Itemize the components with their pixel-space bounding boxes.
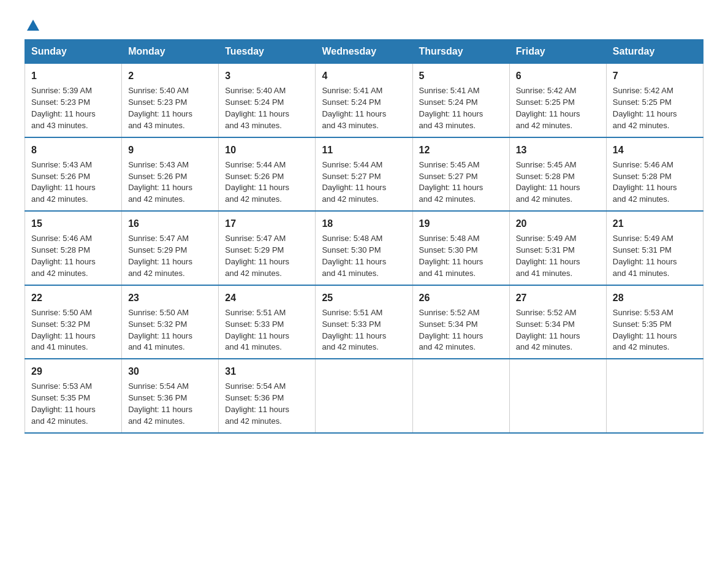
day-number: 5 [419, 69, 503, 83]
day-number: 22 [31, 291, 115, 305]
calendar-cell: 26 Sunrise: 5:52 AM Sunset: 5:34 PM Dayl… [412, 285, 509, 359]
calendar-cell: 10 Sunrise: 5:44 AM Sunset: 5:26 PM Dayl… [219, 137, 316, 212]
calendar-cell: 19 Sunrise: 5:48 AM Sunset: 5:30 PM Dayl… [412, 211, 509, 285]
day-info: Sunrise: 5:47 AM Sunset: 5:29 PM Dayligh… [225, 233, 309, 279]
calendar-cell: 12 Sunrise: 5:45 AM Sunset: 5:27 PM Dayl… [412, 137, 509, 212]
week-row-3: 15 Sunrise: 5:46 AM Sunset: 5:28 PM Dayl… [25, 211, 703, 285]
calendar-cell: 18 Sunrise: 5:48 AM Sunset: 5:30 PM Dayl… [316, 211, 412, 285]
calendar-cell: 16 Sunrise: 5:47 AM Sunset: 5:29 PM Dayl… [122, 211, 219, 285]
day-info: Sunrise: 5:51 AM Sunset: 5:33 PM Dayligh… [225, 307, 309, 353]
calendar-cell [412, 359, 509, 433]
day-info: Sunrise: 5:44 AM Sunset: 5:27 PM Dayligh… [322, 159, 406, 205]
calendar-cell: 7 Sunrise: 5:42 AM Sunset: 5:25 PM Dayli… [606, 64, 703, 137]
day-info: Sunrise: 5:41 AM Sunset: 5:24 PM Dayligh… [419, 85, 503, 131]
day-info: Sunrise: 5:50 AM Sunset: 5:32 PM Dayligh… [31, 307, 115, 353]
logo-blue-text [25, 18, 39, 29]
day-info: Sunrise: 5:54 AM Sunset: 5:36 PM Dayligh… [225, 381, 309, 427]
logo-triangle-icon [27, 20, 39, 31]
calendar-cell: 11 Sunrise: 5:44 AM Sunset: 5:27 PM Dayl… [316, 137, 412, 212]
day-info: Sunrise: 5:44 AM Sunset: 5:26 PM Dayligh… [225, 159, 309, 205]
day-number: 27 [516, 291, 600, 305]
week-row-2: 8 Sunrise: 5:43 AM Sunset: 5:26 PM Dayli… [25, 137, 703, 212]
calendar-cell: 1 Sunrise: 5:39 AM Sunset: 5:23 PM Dayli… [25, 64, 122, 137]
week-row-1: 1 Sunrise: 5:39 AM Sunset: 5:23 PM Dayli… [25, 64, 703, 137]
day-info: Sunrise: 5:40 AM Sunset: 5:24 PM Dayligh… [225, 85, 309, 131]
day-number: 26 [419, 291, 503, 305]
day-number: 19 [419, 216, 503, 231]
day-info: Sunrise: 5:45 AM Sunset: 5:28 PM Dayligh… [516, 159, 600, 205]
day-info: Sunrise: 5:45 AM Sunset: 5:27 PM Dayligh… [419, 159, 503, 205]
calendar-cell: 27 Sunrise: 5:52 AM Sunset: 5:34 PM Dayl… [509, 285, 606, 359]
day-info: Sunrise: 5:41 AM Sunset: 5:24 PM Dayligh… [322, 85, 406, 131]
day-number: 4 [322, 69, 406, 83]
day-number: 9 [128, 143, 212, 157]
day-number: 29 [31, 364, 115, 378]
day-info: Sunrise: 5:46 AM Sunset: 5:28 PM Dayligh… [31, 233, 115, 279]
day-number: 12 [419, 143, 503, 157]
calendar-cell: 31 Sunrise: 5:54 AM Sunset: 5:36 PM Dayl… [219, 359, 316, 433]
calendar-cell: 22 Sunrise: 5:50 AM Sunset: 5:32 PM Dayl… [25, 285, 122, 359]
day-info: Sunrise: 5:52 AM Sunset: 5:34 PM Dayligh… [419, 307, 503, 353]
calendar-body: 1 Sunrise: 5:39 AM Sunset: 5:23 PM Dayli… [25, 64, 703, 433]
calendar-cell [606, 359, 703, 433]
calendar-cell: 17 Sunrise: 5:47 AM Sunset: 5:29 PM Dayl… [219, 211, 316, 285]
calendar-cell: 5 Sunrise: 5:41 AM Sunset: 5:24 PM Dayli… [412, 64, 509, 137]
day-number: 21 [613, 216, 697, 231]
day-info: Sunrise: 5:52 AM Sunset: 5:34 PM Dayligh… [516, 307, 600, 353]
calendar-cell: 14 Sunrise: 5:46 AM Sunset: 5:28 PM Dayl… [606, 137, 703, 212]
header-wednesday: Wednesday [316, 40, 412, 64]
calendar-table: SundayMondayTuesdayWednesdayThursdayFrid… [25, 39, 703, 434]
day-number: 1 [31, 69, 115, 83]
day-number: 30 [128, 364, 212, 378]
day-info: Sunrise: 5:40 AM Sunset: 5:23 PM Dayligh… [128, 85, 212, 131]
day-info: Sunrise: 5:47 AM Sunset: 5:29 PM Dayligh… [128, 233, 212, 279]
header-row: SundayMondayTuesdayWednesdayThursdayFrid… [25, 40, 703, 64]
week-row-4: 22 Sunrise: 5:50 AM Sunset: 5:32 PM Dayl… [25, 285, 703, 359]
day-number: 24 [225, 291, 309, 305]
calendar-cell: 25 Sunrise: 5:51 AM Sunset: 5:33 PM Dayl… [316, 285, 412, 359]
calendar-cell: 4 Sunrise: 5:41 AM Sunset: 5:24 PM Dayli… [316, 64, 412, 137]
header-saturday: Saturday [606, 40, 703, 64]
day-info: Sunrise: 5:42 AM Sunset: 5:25 PM Dayligh… [516, 85, 600, 131]
calendar-cell: 15 Sunrise: 5:46 AM Sunset: 5:28 PM Dayl… [25, 211, 122, 285]
day-number: 2 [128, 69, 212, 83]
calendar-cell [316, 359, 412, 433]
header-thursday: Thursday [412, 40, 509, 64]
day-info: Sunrise: 5:53 AM Sunset: 5:35 PM Dayligh… [31, 381, 115, 427]
day-info: Sunrise: 5:48 AM Sunset: 5:30 PM Dayligh… [419, 233, 503, 279]
day-info: Sunrise: 5:48 AM Sunset: 5:30 PM Dayligh… [322, 233, 406, 279]
day-info: Sunrise: 5:53 AM Sunset: 5:35 PM Dayligh… [613, 307, 697, 353]
day-info: Sunrise: 5:39 AM Sunset: 5:23 PM Dayligh… [31, 85, 115, 131]
day-info: Sunrise: 5:49 AM Sunset: 5:31 PM Dayligh… [516, 233, 600, 279]
header-monday: Monday [122, 40, 219, 64]
day-info: Sunrise: 5:51 AM Sunset: 5:33 PM Dayligh… [322, 307, 406, 353]
day-number: 13 [516, 143, 600, 157]
day-number: 17 [225, 216, 309, 231]
header-friday: Friday [509, 40, 606, 64]
calendar-cell: 3 Sunrise: 5:40 AM Sunset: 5:24 PM Dayli… [219, 64, 316, 137]
day-number: 25 [322, 291, 406, 305]
calendar-cell: 8 Sunrise: 5:43 AM Sunset: 5:26 PM Dayli… [25, 137, 122, 212]
logo [25, 18, 39, 29]
day-info: Sunrise: 5:43 AM Sunset: 5:26 PM Dayligh… [31, 159, 115, 205]
calendar-cell: 29 Sunrise: 5:53 AM Sunset: 5:35 PM Dayl… [25, 359, 122, 433]
day-number: 14 [613, 143, 697, 157]
day-info: Sunrise: 5:54 AM Sunset: 5:36 PM Dayligh… [128, 381, 212, 427]
day-number: 11 [322, 143, 406, 157]
calendar-cell: 20 Sunrise: 5:49 AM Sunset: 5:31 PM Dayl… [509, 211, 606, 285]
day-info: Sunrise: 5:49 AM Sunset: 5:31 PM Dayligh… [613, 233, 697, 279]
week-row-5: 29 Sunrise: 5:53 AM Sunset: 5:35 PM Dayl… [25, 359, 703, 433]
day-number: 28 [613, 291, 697, 305]
calendar-cell: 9 Sunrise: 5:43 AM Sunset: 5:26 PM Dayli… [122, 137, 219, 212]
day-number: 8 [31, 143, 115, 157]
calendar-cell: 21 Sunrise: 5:49 AM Sunset: 5:31 PM Dayl… [606, 211, 703, 285]
calendar-cell: 28 Sunrise: 5:53 AM Sunset: 5:35 PM Dayl… [606, 285, 703, 359]
day-number: 3 [225, 69, 309, 83]
header-sunday: Sunday [25, 40, 122, 64]
day-number: 15 [31, 216, 115, 231]
calendar-cell [509, 359, 606, 433]
day-number: 6 [516, 69, 600, 83]
day-info: Sunrise: 5:42 AM Sunset: 5:25 PM Dayligh… [613, 85, 697, 131]
day-number: 23 [128, 291, 212, 305]
day-number: 16 [128, 216, 212, 231]
